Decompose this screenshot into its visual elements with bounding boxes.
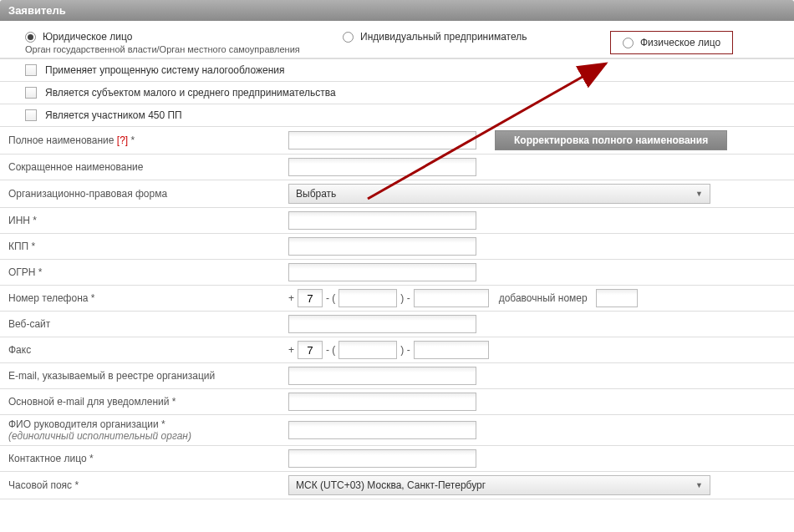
radio-icon bbox=[25, 32, 36, 43]
phone-sep: ) - bbox=[400, 292, 410, 304]
inn-input[interactable] bbox=[288, 211, 476, 230]
label-legal-form: Организационно-правовая форма bbox=[8, 188, 167, 200]
radio-individual-label: Индивидуальный предприниматель bbox=[360, 31, 527, 43]
radio-physical[interactable]: Физическое лицо bbox=[623, 37, 720, 48]
row-phone: Номер телефона * + - ( ) - добавочный но… bbox=[0, 286, 794, 312]
row-legal-form: Организационно-правовая форма Выбрать ▼ bbox=[0, 180, 794, 208]
label-email-reg: E-mail, указываемый в реестре организаци… bbox=[8, 370, 215, 382]
radio-physical-highlight: Физическое лицо bbox=[610, 31, 733, 54]
select-value: Выбрать bbox=[296, 188, 336, 200]
section-header: Заявитель bbox=[0, 0, 794, 21]
phone-cc-input[interactable] bbox=[298, 289, 323, 307]
label-phone: Номер телефона * bbox=[8, 292, 94, 304]
label-kpp: КПП * bbox=[8, 241, 35, 252]
checkbox-pp450[interactable]: Является участником 450 ПП bbox=[0, 104, 794, 127]
radio-icon bbox=[623, 38, 634, 48]
label-website: Веб-сайт bbox=[8, 318, 50, 330]
label-fax: Факс bbox=[8, 344, 31, 356]
row-website: Веб-сайт bbox=[0, 312, 794, 337]
radio-physical-label: Физическое лицо bbox=[640, 37, 720, 48]
checkbox-icon bbox=[25, 109, 37, 121]
checkbox-simplified-tax[interactable]: Применяет упрощенную систему налогооблож… bbox=[0, 58, 794, 82]
phone-area-input[interactable] bbox=[338, 289, 397, 307]
radio-individual[interactable]: Индивидуальный предприниматель bbox=[343, 31, 527, 43]
contact-input[interactable] bbox=[288, 449, 476, 468]
row-kpp: КПП * bbox=[0, 234, 794, 260]
label-full-name: Полное наименование bbox=[8, 134, 117, 146]
checkbox-sme[interactable]: Является субъектом малого и среднего пре… bbox=[0, 82, 794, 104]
ext-label: добавочный номер bbox=[499, 292, 588, 304]
row-email-main: Основной e-mail для уведомлений * bbox=[0, 389, 794, 415]
row-inn: ИНН * bbox=[0, 208, 794, 234]
label-ogrn: ОГРН * bbox=[8, 266, 43, 278]
chevron-down-icon: ▼ bbox=[695, 190, 703, 198]
label-contact: Контактное лицо * bbox=[8, 453, 94, 464]
phone-num-input[interactable] bbox=[414, 289, 489, 307]
label-email-main: Основной e-mail для уведомлений * bbox=[8, 396, 176, 408]
required-mark: * bbox=[128, 134, 135, 146]
row-short-name: Сокращенное наименование bbox=[0, 155, 794, 180]
website-input[interactable] bbox=[288, 315, 476, 333]
checkbox-label: Является участником 450 ПП bbox=[45, 109, 182, 121]
label-short-name: Сокращенное наименование bbox=[8, 161, 143, 173]
kpp-input[interactable] bbox=[288, 237, 476, 256]
row-contact: Контактное лицо * bbox=[0, 446, 794, 472]
applicant-type-radios: Юридическое лицо Орган государственной в… bbox=[0, 21, 794, 58]
phone-sep: - ( bbox=[326, 344, 335, 356]
fax-area-input[interactable] bbox=[338, 341, 397, 359]
label-inn: ИНН * bbox=[8, 215, 37, 226]
checkbox-icon bbox=[25, 64, 37, 76]
row-director-fio: ФИО руководителя организации * (единолич… bbox=[0, 415, 794, 446]
radio-legal-entity[interactable]: Юридическое лицо bbox=[25, 31, 343, 43]
radio-icon bbox=[343, 32, 354, 43]
help-link[interactable]: [?] bbox=[117, 134, 128, 146]
short-name-input[interactable] bbox=[288, 158, 476, 176]
select-value: МСК (UTC+03) Москва, Санкт-Петербург bbox=[296, 479, 486, 491]
radio-legal-sublabel: Орган государственной власти/Орган местн… bbox=[25, 44, 343, 54]
director-fio-input[interactable] bbox=[288, 421, 476, 439]
checkbox-icon bbox=[25, 87, 37, 99]
label-fio: ФИО руководителя организации * bbox=[8, 418, 165, 430]
row-email-registry: E-mail, указываемый в реестре организаци… bbox=[0, 363, 794, 389]
phone-plus: + bbox=[288, 344, 294, 356]
row-full-name: Полное наименование [?] * Корректировка … bbox=[0, 127, 794, 155]
fax-cc-input[interactable] bbox=[298, 341, 323, 359]
row-timezone: Часовой пояс * МСК (UTC+03) Москва, Санк… bbox=[0, 472, 794, 499]
row-ogrn: ОГРН * bbox=[0, 260, 794, 286]
correct-name-button[interactable]: Корректировка полного наименования bbox=[495, 130, 727, 150]
ogrn-input[interactable] bbox=[288, 263, 476, 281]
phone-ext-input[interactable] bbox=[596, 289, 638, 307]
legal-form-select[interactable]: Выбрать ▼ bbox=[288, 184, 710, 204]
radio-legal-label: Юридическое лицо bbox=[43, 31, 132, 43]
checkbox-label: Применяет упрощенную систему налогооблож… bbox=[45, 64, 285, 76]
label-tz: Часовой пояс * bbox=[8, 479, 79, 491]
phone-sep: - ( bbox=[326, 292, 335, 304]
checkbox-label: Является субъектом малого и среднего пре… bbox=[45, 87, 336, 99]
section-title: Заявитель bbox=[8, 4, 66, 17]
email-registry-input[interactable] bbox=[288, 367, 476, 385]
chevron-down-icon: ▼ bbox=[695, 481, 703, 489]
email-main-input[interactable] bbox=[288, 393, 476, 411]
label-fio-sub: (единоличный исполнительный орган) bbox=[8, 430, 288, 442]
timezone-select[interactable]: МСК (UTC+03) Москва, Санкт-Петербург ▼ bbox=[288, 475, 710, 495]
row-fax: Факс + - ( ) - bbox=[0, 337, 794, 363]
full-name-input[interactable] bbox=[288, 131, 476, 149]
fax-num-input[interactable] bbox=[414, 341, 489, 359]
phone-plus: + bbox=[288, 292, 294, 304]
phone-sep: ) - bbox=[400, 344, 410, 356]
